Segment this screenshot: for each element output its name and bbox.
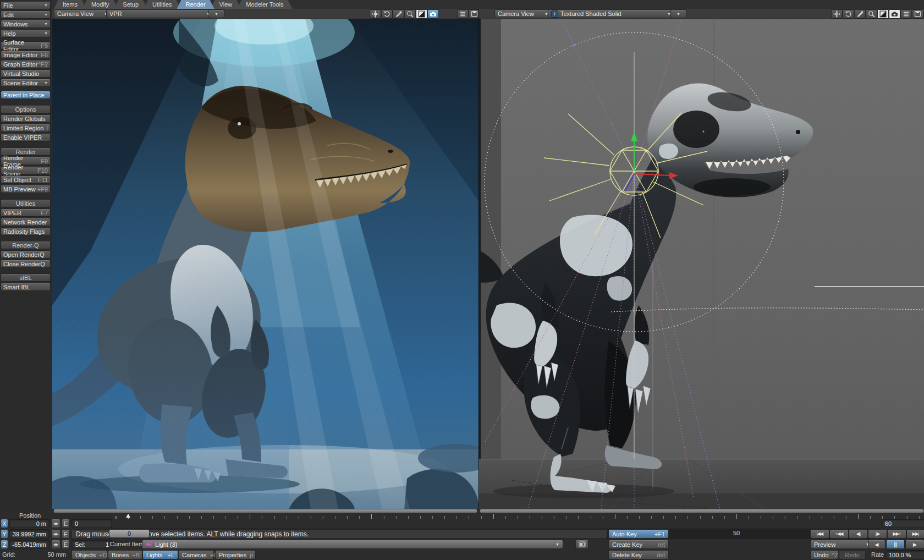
network-render-button[interactable]: Network Render bbox=[1, 218, 51, 226]
surface-editor-button[interactable]: Surface EditorF5 bbox=[1, 41, 51, 50]
left-pan-button[interactable] bbox=[370, 9, 381, 19]
scene-editor-button[interactable]: Scene Editor▼ bbox=[1, 79, 51, 87]
tab-modify[interactable]: Modify bbox=[82, 0, 118, 9]
right-header-menu-button[interactable]: ▼ bbox=[670, 9, 686, 18]
go-to-end-button[interactable]: ▶▶| bbox=[906, 529, 924, 539]
left-header-menu-button[interactable]: ▼ bbox=[208, 9, 224, 18]
redo-button[interactable]: Redo bbox=[839, 550, 866, 559]
virtual-studio-button[interactable]: Virtual Studio bbox=[1, 69, 51, 78]
delete-key-button[interactable]: Delete Keydel bbox=[608, 550, 669, 559]
left-minmax-button[interactable] bbox=[416, 9, 427, 19]
mb-preview-button[interactable]: MB Preview+F9 bbox=[1, 185, 51, 193]
shortcut-key: F7 bbox=[41, 210, 48, 216]
x-envelope-button[interactable]: E bbox=[62, 519, 70, 528]
right-camera-button[interactable] bbox=[889, 9, 900, 19]
axis-x-badge[interactable]: X bbox=[1, 519, 8, 528]
timeline-ruler[interactable] bbox=[108, 513, 924, 519]
left-magnify-button[interactable] bbox=[404, 9, 416, 19]
auto-key-button[interactable]: Auto Key+F1 bbox=[608, 529, 669, 539]
y-envelope-button[interactable]: E bbox=[62, 529, 70, 539]
menu-edit[interactable]: Edit▼ bbox=[1, 10, 51, 19]
frame-slider-handle[interactable]: 0 bbox=[109, 529, 150, 538]
left-viewport-canvas[interactable] bbox=[52, 19, 479, 509]
preview-dropdown[interactable]: Preview▼ bbox=[810, 540, 873, 549]
previous-keyframe-button[interactable]: +◀◀ bbox=[829, 529, 849, 539]
next-keyframe-button[interactable]: ▶▶+ bbox=[887, 529, 906, 539]
current-item-dropdown[interactable]: Light (3) ▼ bbox=[142, 540, 563, 549]
parent-in-place-button[interactable]: Parent in Place bbox=[1, 91, 51, 99]
horizontal-scrollbar[interactable] bbox=[53, 509, 477, 513]
current-frame-field[interactable]: 0 bbox=[72, 519, 112, 528]
menu-help[interactable]: Help▼ bbox=[1, 29, 51, 37]
button-label: MB Preview bbox=[3, 186, 36, 193]
menu-windows[interactable]: Windows▼ bbox=[1, 20, 51, 28]
viper-button[interactable]: VIPERF7 bbox=[1, 208, 51, 217]
right-preset-button[interactable] bbox=[912, 9, 923, 19]
open-renderq-button[interactable]: Open RenderQ bbox=[1, 250, 51, 259]
right-magnify-button[interactable] bbox=[866, 9, 877, 19]
select-objects-button[interactable]: Objects+O bbox=[72, 550, 107, 559]
y-stepper[interactable]: ◀▶ bbox=[51, 529, 61, 539]
undo-button[interactable]: Undo^Z bbox=[810, 550, 838, 559]
right-viewport-canvas[interactable] bbox=[479, 19, 924, 509]
position-x-field[interactable]: 0 m bbox=[9, 519, 50, 528]
tab-view[interactable]: View bbox=[211, 0, 241, 9]
close-renderq-button[interactable]: Close RenderQ bbox=[1, 260, 51, 268]
menu-label: Edit bbox=[3, 12, 14, 18]
right-render-mode-dropdown[interactable]: TTextured Shaded Solid▼ bbox=[548, 9, 674, 18]
position-z-value: -65.0419mm bbox=[12, 541, 46, 548]
tab-items[interactable]: Items bbox=[54, 0, 86, 9]
step-forward-button[interactable]: ||▶ bbox=[868, 529, 887, 539]
button-label: Enable VIPER bbox=[3, 134, 42, 141]
right-rotate-button[interactable] bbox=[843, 9, 854, 19]
position-z-field[interactable]: -65.0419mm bbox=[9, 540, 50, 549]
properties-button[interactable]: Propertiesp bbox=[215, 550, 256, 559]
left-view-type-dropdown[interactable]: Camera View▼ bbox=[54, 9, 111, 18]
tab-render[interactable]: Render bbox=[177, 0, 215, 9]
x-stepper[interactable]: ◀▶ bbox=[51, 519, 61, 528]
left-rotate-button[interactable] bbox=[381, 9, 393, 19]
horizontal-scrollbar[interactable] bbox=[480, 509, 924, 513]
render-scene-button[interactable]: Render SceneF10 bbox=[1, 166, 51, 174]
play-reverse-button[interactable]: ◀ bbox=[868, 540, 886, 549]
z-stepper[interactable]: ◀▶ bbox=[51, 540, 61, 549]
left-render-mode-dropdown[interactable]: VPR▼ bbox=[106, 9, 213, 18]
axis-y-badge[interactable]: Y bbox=[1, 529, 8, 539]
tab-utilities[interactable]: Utilities bbox=[144, 0, 180, 9]
tab-modeler-tools[interactable]: Modeler Tools bbox=[237, 0, 292, 9]
render-globals-button[interactable]: Render Globals bbox=[1, 114, 51, 123]
z-envelope-button[interactable]: E bbox=[62, 540, 70, 549]
item-picker-button[interactable] bbox=[575, 540, 588, 549]
sel-object-button[interactable]: Sel ObjectF11 bbox=[1, 175, 51, 184]
current-frame-marker[interactable] bbox=[126, 514, 130, 518]
radiosity-flags-button[interactable]: Radiosity Flags bbox=[1, 227, 51, 235]
pause-button[interactable]: || bbox=[886, 540, 905, 549]
position-y-field[interactable]: 39.9992 mm bbox=[9, 529, 50, 539]
menu-file[interactable]: File▼ bbox=[1, 1, 51, 9]
tab-setup[interactable]: Setup bbox=[114, 0, 147, 9]
limited-region-button[interactable]: Limited Regionl bbox=[1, 124, 51, 132]
menu-label: Windows bbox=[3, 21, 28, 28]
right-view-type-dropdown[interactable]: Camera View▼ bbox=[494, 9, 552, 18]
end-frame-field[interactable]: 60 bbox=[882, 519, 924, 528]
go-to-start-button[interactable]: |◀◀ bbox=[810, 529, 829, 539]
enable-viper-button[interactable]: Enable VIPER bbox=[1, 133, 51, 141]
right-zoom-button[interactable] bbox=[854, 9, 866, 19]
rate-field[interactable]: 100.0 % bbox=[886, 550, 924, 559]
left-camera-button[interactable] bbox=[427, 9, 439, 19]
step-back-button[interactable]: ◀|| bbox=[849, 529, 868, 539]
axis-z-badge[interactable]: Z bbox=[1, 540, 8, 549]
select-bones-button[interactable]: Bones+B bbox=[108, 550, 142, 559]
right-list-button[interactable] bbox=[900, 9, 912, 19]
left-list-button[interactable] bbox=[457, 9, 469, 19]
left-zoom-button[interactable] bbox=[393, 9, 404, 19]
create-key-button[interactable]: Create Keyret bbox=[608, 540, 669, 549]
play-forward-button[interactable]: ▶ bbox=[905, 540, 924, 549]
smart-ibl-button[interactable]: Smart IBL bbox=[1, 283, 51, 291]
select-cameras-button[interactable]: Cameras+C bbox=[178, 550, 214, 559]
right-minmax-button[interactable] bbox=[877, 9, 889, 19]
graph-editor-button[interactable]: Graph Editor^F2 bbox=[1, 60, 51, 68]
right-pan-button[interactable] bbox=[831, 9, 843, 19]
select-lights-button[interactable]: Lights+L bbox=[142, 550, 178, 559]
image-editor-button[interactable]: Image EditorF6 bbox=[1, 51, 51, 59]
